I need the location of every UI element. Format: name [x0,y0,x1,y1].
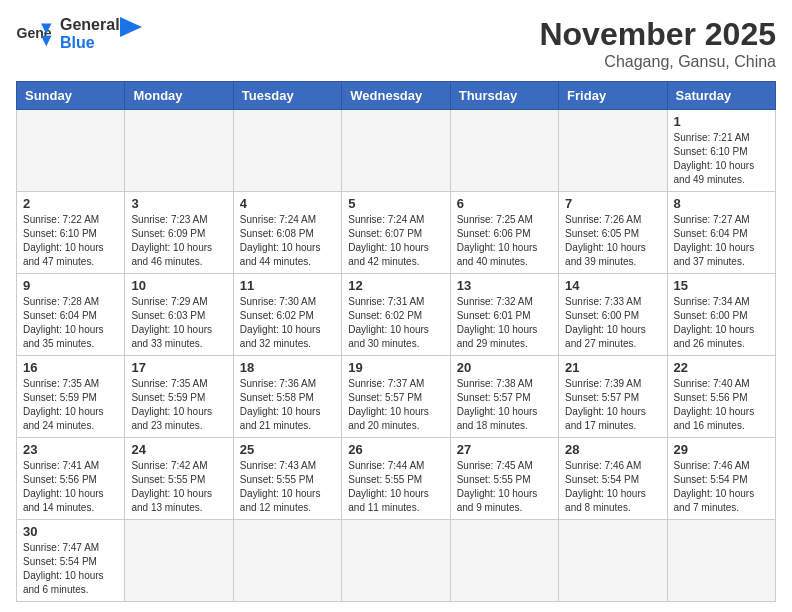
day-info: Sunrise: 7:28 AM Sunset: 6:04 PM Dayligh… [23,295,118,351]
calendar-day-cell: 19Sunrise: 7:37 AM Sunset: 5:57 PM Dayli… [342,356,450,438]
day-info: Sunrise: 7:23 AM Sunset: 6:09 PM Dayligh… [131,213,226,269]
day-number: 18 [240,360,335,375]
calendar-day-cell: 1Sunrise: 7:21 AM Sunset: 6:10 PM Daylig… [667,110,775,192]
calendar-day-cell: 27Sunrise: 7:45 AM Sunset: 5:55 PM Dayli… [450,438,558,520]
calendar-day-cell: 10Sunrise: 7:29 AM Sunset: 6:03 PM Dayli… [125,274,233,356]
calendar-day-cell [17,110,125,192]
day-number: 5 [348,196,443,211]
calendar-week-row: 16Sunrise: 7:35 AM Sunset: 5:59 PM Dayli… [17,356,776,438]
calendar-day-cell: 20Sunrise: 7:38 AM Sunset: 5:57 PM Dayli… [450,356,558,438]
day-number: 2 [23,196,118,211]
calendar-day-cell [233,520,341,602]
day-number: 11 [240,278,335,293]
location-title: Chagang, Gansu, China [539,53,776,71]
day-info: Sunrise: 7:46 AM Sunset: 5:54 PM Dayligh… [565,459,660,515]
day-info: Sunrise: 7:27 AM Sunset: 6:04 PM Dayligh… [674,213,769,269]
weekday-header-monday: Monday [125,82,233,110]
calendar-day-cell: 29Sunrise: 7:46 AM Sunset: 5:54 PM Dayli… [667,438,775,520]
calendar-day-cell [342,110,450,192]
day-info: Sunrise: 7:34 AM Sunset: 6:00 PM Dayligh… [674,295,769,351]
day-info: Sunrise: 7:40 AM Sunset: 5:56 PM Dayligh… [674,377,769,433]
day-number: 22 [674,360,769,375]
calendar-day-cell [450,110,558,192]
calendar-table: SundayMondayTuesdayWednesdayThursdayFrid… [16,81,776,602]
weekday-header-saturday: Saturday [667,82,775,110]
calendar-week-row: 30Sunrise: 7:47 AM Sunset: 5:54 PM Dayli… [17,520,776,602]
svg-marker-3 [120,17,142,37]
day-info: Sunrise: 7:47 AM Sunset: 5:54 PM Dayligh… [23,541,118,597]
day-info: Sunrise: 7:39 AM Sunset: 5:57 PM Dayligh… [565,377,660,433]
calendar-day-cell [342,520,450,602]
calendar-day-cell: 21Sunrise: 7:39 AM Sunset: 5:57 PM Dayli… [559,356,667,438]
day-info: Sunrise: 7:41 AM Sunset: 5:56 PM Dayligh… [23,459,118,515]
calendar-day-cell: 14Sunrise: 7:33 AM Sunset: 6:00 PM Dayli… [559,274,667,356]
day-info: Sunrise: 7:46 AM Sunset: 5:54 PM Dayligh… [674,459,769,515]
logo-general: General [60,16,120,34]
calendar-day-cell: 28Sunrise: 7:46 AM Sunset: 5:54 PM Dayli… [559,438,667,520]
day-number: 30 [23,524,118,539]
weekday-header-sunday: Sunday [17,82,125,110]
calendar-week-row: 9Sunrise: 7:28 AM Sunset: 6:04 PM Daylig… [17,274,776,356]
day-number: 16 [23,360,118,375]
calendar-day-cell [559,110,667,192]
day-number: 21 [565,360,660,375]
day-number: 10 [131,278,226,293]
day-info: Sunrise: 7:24 AM Sunset: 6:08 PM Dayligh… [240,213,335,269]
day-info: Sunrise: 7:26 AM Sunset: 6:05 PM Dayligh… [565,213,660,269]
day-number: 17 [131,360,226,375]
calendar-day-cell: 4Sunrise: 7:24 AM Sunset: 6:08 PM Daylig… [233,192,341,274]
day-number: 3 [131,196,226,211]
day-number: 27 [457,442,552,457]
day-number: 20 [457,360,552,375]
calendar-day-cell [559,520,667,602]
day-number: 19 [348,360,443,375]
calendar-day-cell [667,520,775,602]
day-info: Sunrise: 7:42 AM Sunset: 5:55 PM Dayligh… [131,459,226,515]
calendar-day-cell: 23Sunrise: 7:41 AM Sunset: 5:56 PM Dayli… [17,438,125,520]
calendar-day-cell: 24Sunrise: 7:42 AM Sunset: 5:55 PM Dayli… [125,438,233,520]
day-info: Sunrise: 7:43 AM Sunset: 5:55 PM Dayligh… [240,459,335,515]
logo-blue: Blue [60,34,120,52]
day-info: Sunrise: 7:25 AM Sunset: 6:06 PM Dayligh… [457,213,552,269]
day-number: 29 [674,442,769,457]
day-info: Sunrise: 7:31 AM Sunset: 6:02 PM Dayligh… [348,295,443,351]
calendar-day-cell: 17Sunrise: 7:35 AM Sunset: 5:59 PM Dayli… [125,356,233,438]
weekday-header-row: SundayMondayTuesdayWednesdayThursdayFrid… [17,82,776,110]
calendar-day-cell: 11Sunrise: 7:30 AM Sunset: 6:02 PM Dayli… [233,274,341,356]
title-block: November 2025 Chagang, Gansu, China [539,16,776,71]
day-number: 24 [131,442,226,457]
svg-marker-2 [41,35,52,46]
logo-icon: General [16,20,52,48]
day-number: 26 [348,442,443,457]
page-header: General General Blue November 2025 Chaga… [16,16,776,71]
day-info: Sunrise: 7:37 AM Sunset: 5:57 PM Dayligh… [348,377,443,433]
month-title: November 2025 [539,16,776,53]
day-number: 25 [240,442,335,457]
calendar-day-cell: 22Sunrise: 7:40 AM Sunset: 5:56 PM Dayli… [667,356,775,438]
day-info: Sunrise: 7:35 AM Sunset: 5:59 PM Dayligh… [131,377,226,433]
calendar-week-row: 23Sunrise: 7:41 AM Sunset: 5:56 PM Dayli… [17,438,776,520]
calendar-day-cell: 25Sunrise: 7:43 AM Sunset: 5:55 PM Dayli… [233,438,341,520]
day-number: 15 [674,278,769,293]
day-number: 14 [565,278,660,293]
day-number: 1 [674,114,769,129]
calendar-day-cell [450,520,558,602]
day-info: Sunrise: 7:36 AM Sunset: 5:58 PM Dayligh… [240,377,335,433]
calendar-day-cell: 2Sunrise: 7:22 AM Sunset: 6:10 PM Daylig… [17,192,125,274]
day-info: Sunrise: 7:33 AM Sunset: 6:00 PM Dayligh… [565,295,660,351]
calendar-day-cell: 13Sunrise: 7:32 AM Sunset: 6:01 PM Dayli… [450,274,558,356]
day-info: Sunrise: 7:38 AM Sunset: 5:57 PM Dayligh… [457,377,552,433]
calendar-day-cell [125,110,233,192]
day-info: Sunrise: 7:22 AM Sunset: 6:10 PM Dayligh… [23,213,118,269]
calendar-day-cell: 26Sunrise: 7:44 AM Sunset: 5:55 PM Dayli… [342,438,450,520]
calendar-day-cell: 6Sunrise: 7:25 AM Sunset: 6:06 PM Daylig… [450,192,558,274]
weekday-header-tuesday: Tuesday [233,82,341,110]
day-number: 4 [240,196,335,211]
calendar-day-cell: 30Sunrise: 7:47 AM Sunset: 5:54 PM Dayli… [17,520,125,602]
day-info: Sunrise: 7:44 AM Sunset: 5:55 PM Dayligh… [348,459,443,515]
day-number: 8 [674,196,769,211]
day-info: Sunrise: 7:21 AM Sunset: 6:10 PM Dayligh… [674,131,769,187]
calendar-day-cell: 18Sunrise: 7:36 AM Sunset: 5:58 PM Dayli… [233,356,341,438]
calendar-day-cell: 15Sunrise: 7:34 AM Sunset: 6:00 PM Dayli… [667,274,775,356]
day-info: Sunrise: 7:24 AM Sunset: 6:07 PM Dayligh… [348,213,443,269]
